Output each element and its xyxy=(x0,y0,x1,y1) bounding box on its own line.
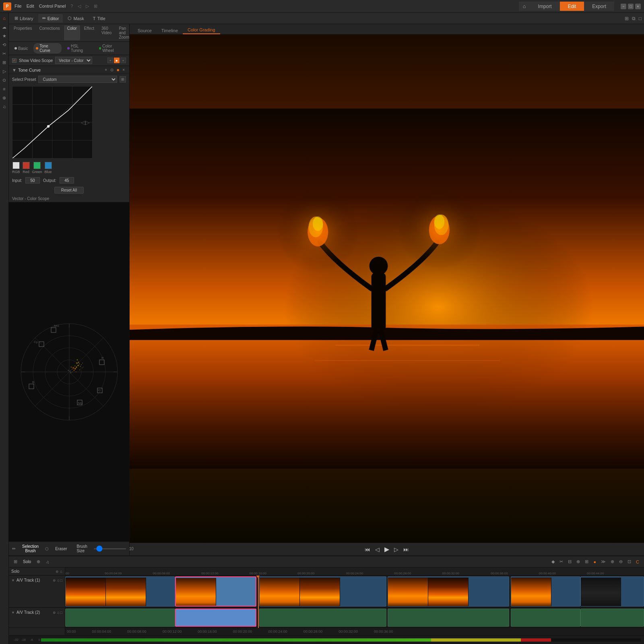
clip-4[interactable] xyxy=(388,576,509,607)
tab-library[interactable]: ⊞ Library xyxy=(10,14,37,23)
audio-clip-3[interactable] xyxy=(259,609,386,627)
selection-brush-button[interactable]: Selection Brush xyxy=(19,543,42,554)
sidebar-icon-grid[interactable]: ⊞ xyxy=(1,59,8,66)
menu-help-icon[interactable]: ? xyxy=(70,4,73,9)
playback-rewind[interactable]: ⏮ xyxy=(364,545,371,553)
eraser-button[interactable]: Eraser xyxy=(52,546,70,552)
audio-clip-2[interactable] xyxy=(175,609,256,627)
scope-mini-add[interactable]: + xyxy=(107,58,113,63)
track-solo-link[interactable]: ⊕ xyxy=(56,570,59,574)
sub-tab-corrections[interactable]: Corrections xyxy=(36,25,63,40)
tl-btn-grid[interactable]: ⊞ xyxy=(12,558,19,565)
sidebar-icon-star[interactable]: ★ xyxy=(1,32,8,39)
output-value[interactable] xyxy=(60,177,74,184)
tl-btn-audio[interactable]: ♫ xyxy=(44,559,51,565)
sidebar-icon-refresh[interactable]: ⟲ xyxy=(1,41,8,48)
tl-btn-color[interactable]: C xyxy=(634,559,641,565)
tl-btn-cut[interactable]: ✂ xyxy=(558,558,565,565)
nav-home[interactable]: ⌂ xyxy=(519,2,530,11)
preview-tab-source[interactable]: Source xyxy=(133,27,157,34)
sidebar-icon-circle[interactable]: ⊙ xyxy=(1,76,8,84)
win-maximize[interactable]: □ xyxy=(628,4,634,9)
sub-tab-360video[interactable]: 360 Video xyxy=(98,25,115,40)
audio-clip-1[interactable] xyxy=(65,609,175,627)
track-av1-video[interactable]: □ xyxy=(60,578,62,582)
win-minimize[interactable]: − xyxy=(621,4,626,9)
preview-tab-colorgrading[interactable]: Color Grading xyxy=(183,26,220,34)
audio-clip-6[interactable] xyxy=(580,609,644,627)
tl-btn-orange[interactable]: ● xyxy=(592,559,598,565)
channel-green[interactable] xyxy=(33,162,41,169)
menu-file[interactable]: File xyxy=(14,4,22,9)
curve-drag-handle[interactable]: ◁▷ xyxy=(81,119,90,126)
sub-tab-effect[interactable]: Effect xyxy=(81,25,97,40)
scope-mini-close[interactable]: × xyxy=(120,58,126,63)
preview-tab-timeline[interactable]: Timeline xyxy=(157,27,183,34)
track-av1-audio[interactable]: ♫ xyxy=(57,578,60,582)
scope-type-select[interactable]: Vector - Color Waveform Histogram Parade xyxy=(55,57,92,64)
tone-hdr-btn1[interactable]: + xyxy=(103,67,108,72)
tl-btn-delete[interactable]: ⊟ xyxy=(566,558,573,565)
sub-tab-properties[interactable]: Properties xyxy=(10,25,35,40)
tl-btn-split[interactable]: ⊕ xyxy=(575,558,582,565)
curve-canvas[interactable]: ◁▷ xyxy=(12,86,93,159)
track-av2-video[interactable]: □ xyxy=(60,611,62,615)
track-av2-expand[interactable]: ▼ xyxy=(11,611,15,615)
tl-btn-ripple[interactable]: ≫ xyxy=(599,558,607,565)
nav-export[interactable]: Export xyxy=(584,2,614,11)
tab-editor[interactable]: ✏ Editor xyxy=(38,14,63,23)
tab-icon-panel[interactable]: □ xyxy=(638,15,642,22)
color-subtab-colorwheel[interactable]: Color Wheel xyxy=(97,43,126,54)
clip-3[interactable] xyxy=(259,576,386,607)
sidebar-icon-menu[interactable]: ≡ xyxy=(1,85,8,93)
color-subtab-tonecurve[interactable]: Tone Curve xyxy=(33,43,62,54)
menu-bookmark[interactable]: ⊞ xyxy=(94,4,97,9)
playback-end[interactable]: ⏭ xyxy=(402,545,410,553)
menu-nav-fwd[interactable]: ▷ xyxy=(86,4,89,9)
audio-clip-5[interactable] xyxy=(511,609,580,627)
tl-btn-fit[interactable]: ⊡ xyxy=(626,558,633,565)
track-av1-link[interactable]: ⊕ xyxy=(53,578,56,582)
track-av2-audio[interactable]: ♫ xyxy=(57,611,60,615)
sidebar-icon-home[interactable]: ⌂ xyxy=(1,14,8,22)
sidebar-icon-cut[interactable]: ✂ xyxy=(1,50,8,57)
tab-title[interactable]: T Title xyxy=(89,14,109,23)
tone-hdr-btn2[interactable]: ⊙ xyxy=(109,67,115,72)
channel-rgb[interactable] xyxy=(12,162,20,169)
tl-btn-link[interactable]: ⊕ xyxy=(35,558,42,565)
scope-mini-active[interactable]: ■ xyxy=(114,58,120,63)
track-av1-expand[interactable]: ▼ xyxy=(11,578,15,582)
win-close[interactable]: × xyxy=(635,4,641,9)
playback-next-frame[interactable]: ▷ xyxy=(393,545,399,553)
tone-hdr-btn4[interactable]: × xyxy=(121,67,126,72)
menu-nav-back[interactable]: ◁ xyxy=(78,4,81,9)
brush-size-slider[interactable] xyxy=(94,548,126,549)
playback-play[interactable]: ▶ xyxy=(384,545,390,554)
tab-icon-grid[interactable]: ⊞ xyxy=(624,15,630,22)
reset-all-button[interactable]: Reset All xyxy=(54,187,84,194)
tl-btn-solo[interactable]: Solo xyxy=(21,559,33,565)
clip-5[interactable] xyxy=(511,576,580,607)
sub-tab-color[interactable]: Color xyxy=(64,25,80,40)
tl-btn-zoom-out[interactable]: ⊖ xyxy=(617,558,624,565)
tl-btn-zoom-in[interactable]: ⊕ xyxy=(609,558,616,565)
color-subtab-basic[interactable]: Basic xyxy=(12,45,30,52)
channel-red[interactable] xyxy=(23,162,30,169)
tab-icon-copy[interactable]: ⧉ xyxy=(631,15,636,22)
sidebar-icon-music[interactable]: ♫ xyxy=(1,103,8,110)
sidebar-icon-plus[interactable]: ⊕ xyxy=(1,94,8,101)
nav-edit[interactable]: Edit xyxy=(560,2,584,11)
tab-mask[interactable]: ⬡ Mask xyxy=(64,14,88,23)
sidebar-icon-cloud[interactable]: ☁ xyxy=(1,23,8,31)
menu-edit[interactable]: Edit xyxy=(27,4,34,9)
color-subtab-hsltuning[interactable]: HSL Tuning xyxy=(65,43,93,54)
channel-blue[interactable] xyxy=(45,162,52,169)
show-scope-label[interactable]: Show Video Scope xyxy=(19,58,53,63)
clip-2-selected[interactable]: MOV0810202013... xyxy=(175,576,256,607)
track-solo-audio[interactable]: ♫ xyxy=(60,570,62,574)
preset-select[interactable]: Custom Linear S-Curve Bright xyxy=(38,76,117,83)
sidebar-icon-play[interactable]: ▷ xyxy=(1,68,8,75)
clip-1[interactable] xyxy=(65,576,175,607)
clip-6[interactable] xyxy=(580,576,644,607)
nav-import[interactable]: Import xyxy=(530,2,560,11)
